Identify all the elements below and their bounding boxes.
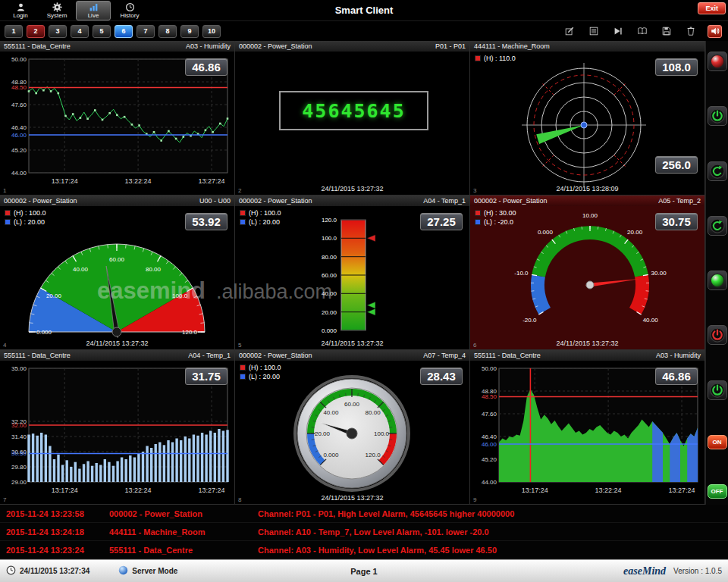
legend-label: (L) : 20.00: [249, 373, 280, 380]
status-datetime-text: 24/11/2015 13:27:34: [20, 567, 89, 575]
trash-icon[interactable]: [683, 25, 698, 38]
svg-text:13:22:24: 13:22:24: [595, 487, 622, 494]
panel-round-gauge-temp4[interactable]: 000002 - Power_StationA07 - Temp_4 0.000…: [235, 350, 470, 505]
svg-text:50.00: 50.00: [482, 365, 497, 372]
status-datetime: 24/11/2015 13:27:34: [6, 565, 89, 577]
clock-icon: [125, 2, 135, 12]
legend-swatch: [240, 374, 246, 380]
value-display: 30.75: [655, 213, 698, 230]
legend-item: (L) : -20.0: [475, 218, 516, 226]
timestamp: 24/11/2015 13:27:32: [0, 340, 234, 347]
panel-bar-trend-temp1[interactable]: 555111 - Data_CentreA04 - Temp_1 35.0032…: [0, 350, 235, 505]
exit-button[interactable]: Exit: [698, 2, 726, 14]
svg-text:31.40: 31.40: [11, 433, 27, 440]
panel-trend-humidity[interactable]: 555111 - Data_CentreA03 - Humidity 50.00…: [0, 41, 235, 196]
legend-item: (H) : 110.0: [475, 55, 516, 62]
svg-text:-20.0: -20.0: [522, 317, 537, 324]
status-bar: 24/11/2015 13:27:34 Server Mode Page 1 e…: [0, 559, 728, 582]
page-button-6[interactable]: 6: [115, 25, 133, 38]
book-icon[interactable]: [635, 25, 649, 38]
user-icon: [16, 2, 26, 12]
panel-source: 555111 - Data_Centre: [4, 352, 71, 359]
legend-swatch: [5, 219, 11, 225]
power-green-button-2[interactable]: [708, 380, 727, 400]
legend: (H) : 100.0(L) : 20.00: [240, 209, 281, 226]
svg-text:13:22:24: 13:22:24: [125, 177, 152, 185]
panel-index: 8: [238, 496, 241, 503]
timestamp: 24/11/2015 13:27:32: [235, 340, 469, 347]
svg-text:0.000: 0.000: [323, 452, 339, 458]
page-button-3[interactable]: 3: [49, 25, 67, 38]
svg-text:120.0: 120.0: [322, 217, 337, 224]
alarm-row[interactable]: 2015-11-24 13:24:18444111 - Machine_Room…: [0, 523, 728, 541]
title-bar: Login System Live History Smart Client E…: [0, 0, 728, 21]
alarm-time: 2015-11-24 13:24:18: [6, 527, 109, 537]
page-button-2[interactable]: 2: [27, 25, 45, 38]
page-button-8[interactable]: 8: [158, 25, 177, 38]
panel-digital-power[interactable]: 000002 - Power_StationP01 - P01 45645645…: [235, 41, 470, 196]
panel-semi-gauge-u00[interactable]: 000002 - Power_StationU00 - U00 0.00020.…: [0, 196, 235, 350]
panel-index: 5: [238, 342, 241, 349]
power-green-button[interactable]: [708, 106, 727, 126]
off-button[interactable]: OFF: [708, 484, 727, 499]
smart-client-window: Login System Live History Smart Client E…: [0, 0, 728, 582]
timestamp: 24/11/2015 13:27:32: [470, 340, 704, 347]
svg-text:60.00: 60.00: [109, 256, 125, 263]
page-button-4[interactable]: 4: [71, 25, 89, 38]
alarm-row[interactable]: 2015-11-24 13:23:24555111 - Data_CentreC…: [0, 541, 728, 559]
tab-system[interactable]: System: [39, 1, 74, 20]
digital-display: 45645645: [279, 91, 428, 130]
svg-text:80.00: 80.00: [322, 254, 337, 261]
power-red-button[interactable]: [708, 325, 727, 345]
tab-login[interactable]: Login: [3, 1, 38, 20]
edit-icon[interactable]: [562, 25, 576, 38]
clock-icon: [6, 565, 16, 577]
page-button-9[interactable]: 9: [180, 25, 199, 38]
page-button-1[interactable]: 1: [5, 25, 23, 38]
panel-radar-machine-room[interactable]: 444111 - Machine_Room (H) : 110.0108.025…: [470, 41, 705, 196]
mute-icon[interactable]: [708, 25, 722, 38]
panel-channel: U00 - U00: [199, 197, 231, 205]
svg-text:44.00: 44.00: [11, 170, 27, 177]
panel-area-trend-humidity[interactable]: 555111 - Data_CentreA03 - Humidity 50.00…: [470, 350, 705, 505]
page-button-7[interactable]: 7: [136, 25, 155, 38]
panel-vbar-gauge-temp1[interactable]: 000002 - Power_StationA04 - Temp_1 0.000…: [235, 196, 470, 350]
alarm-row[interactable]: 2015-11-24 13:23:58000002 - Power_Statio…: [0, 505, 728, 523]
alarm-time: 2015-11-24 13:23:24: [6, 546, 109, 555]
legend-item: (H) : 100.0: [5, 209, 46, 217]
page-button-5[interactable]: 5: [93, 25, 111, 38]
green-lamp-button[interactable]: [708, 271, 727, 290]
dashboard: 555111 - Data_CentreA03 - Humidity 50.00…: [0, 41, 728, 505]
server-mode-text: Server Mode: [132, 567, 177, 575]
svg-text:44.00: 44.00: [482, 479, 497, 486]
legend: (H) : 30.00(L) : -20.0: [475, 209, 516, 226]
timestamp: 24/11/2015 13:27:32: [235, 185, 469, 192]
legend-label: (H) : 100.0: [249, 209, 281, 217]
panel-header: 000002 - Power_StationA05 - Temp_2: [470, 196, 704, 206]
alarm-message: Channel: A03 - Humidity, Low Level Alarm…: [258, 546, 728, 555]
page-button-10[interactable]: 10: [202, 25, 221, 38]
svg-text:80.00: 80.00: [366, 409, 381, 416]
panel-arc-gauge-temp2[interactable]: 000002 - Power_StationA05 - Temp_2 -20.0…: [470, 196, 705, 350]
legend-item: (L) : 20.00: [240, 373, 281, 380]
tab-live[interactable]: Live: [76, 1, 111, 20]
server-icon: [118, 565, 128, 577]
list-icon[interactable]: [586, 25, 601, 38]
save-icon[interactable]: [659, 25, 673, 38]
svg-text:0.000: 0.000: [36, 329, 52, 336]
svg-text:0.000: 0.000: [538, 229, 554, 236]
svg-text:40.00: 40.00: [322, 290, 337, 297]
tab-history[interactable]: History: [112, 1, 147, 20]
export-icon[interactable]: [610, 25, 625, 38]
svg-text:45.20: 45.20: [11, 147, 27, 154]
refresh-green-button[interactable]: [708, 161, 727, 181]
panel-channel: A03 - Humidity: [186, 42, 231, 50]
svg-text:13:22:24: 13:22:24: [125, 487, 152, 494]
timestamp: 24/11/2015 13:28:09: [470, 185, 704, 192]
toolbar: [562, 25, 723, 38]
svg-text:120.0: 120.0: [366, 452, 381, 458]
refresh-green-button-2[interactable]: [708, 216, 727, 236]
on-button[interactable]: ON: [708, 435, 727, 449]
brand-logo: easeMind: [623, 565, 666, 577]
red-lamp-button[interactable]: [708, 52, 727, 71]
